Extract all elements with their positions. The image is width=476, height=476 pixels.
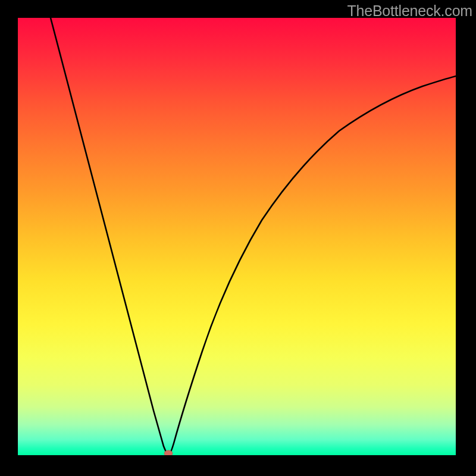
plot-area bbox=[18, 18, 456, 455]
optimum-marker bbox=[164, 450, 173, 455]
chart-container: TheBottleneck.com bbox=[0, 0, 476, 476]
watermark: TheBottleneck.com bbox=[347, 2, 472, 20]
curve-layer bbox=[18, 18, 456, 455]
bottleneck-curve bbox=[51, 18, 456, 455]
